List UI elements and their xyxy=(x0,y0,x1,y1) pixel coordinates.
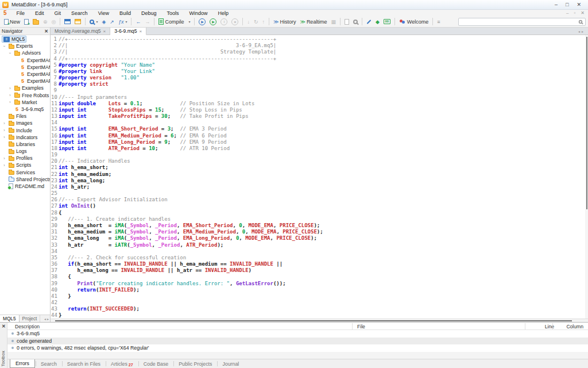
menu-tools[interactable]: Tools xyxy=(162,10,184,16)
editor-tab-left-icon[interactable]: ◂ xyxy=(578,29,580,33)
code-line[interactable]: 26//--- Expert Advisor Initialization xyxy=(51,197,588,203)
code-line[interactable]: 43 return(INIT_SUCCEEDED); xyxy=(51,306,588,312)
new-file-button[interactable]: +New xyxy=(2,17,22,26)
vertical-scrollbar-thumb[interactable] xyxy=(586,37,587,209)
debug-start-button[interactable]: ▶ xyxy=(208,17,218,26)
expander-closed-icon[interactable]: › xyxy=(2,163,7,168)
code-line[interactable]: 35 //--- 2. Check for successful creatio… xyxy=(51,255,588,261)
tree-item-scripts[interactable]: ›Scripts xyxy=(0,162,50,168)
mdi-minimize-icon[interactable]: – xyxy=(566,10,568,16)
history-button[interactable]: ≫History xyxy=(272,17,297,26)
snippets-button[interactable]: 00 xyxy=(382,17,392,26)
code-line[interactable]: 8#property strict xyxy=(51,81,588,87)
code-line[interactable]: 17input int EMA_Long_Period = 9; // EMA … xyxy=(51,139,588,145)
grid-button[interactable]: ▦ xyxy=(329,17,338,26)
menu-help[interactable]: Help xyxy=(213,10,234,16)
tree-item-advisors[interactable]: ›Advisors xyxy=(0,49,50,56)
step-out-button[interactable]: ↑ xyxy=(261,17,267,26)
code-line[interactable]: 9 xyxy=(51,87,588,94)
code-line[interactable]: 11input double Lots = 0.1; // Position S… xyxy=(51,101,588,107)
function-list-button[interactable]: ƒx▾ xyxy=(117,17,129,26)
code-line[interactable]: 10//--- Input parameters xyxy=(51,94,588,101)
attach-button[interactable]: ◎ xyxy=(50,17,58,26)
mdi-close-icon[interactable]: ✕ xyxy=(581,10,585,16)
tab-close-icon[interactable]: × xyxy=(103,29,106,34)
code-line[interactable]: 41 } xyxy=(51,293,588,300)
nav-tab-left-icon[interactable]: ◂ xyxy=(44,317,46,321)
editor-tab-moving-average-mq5[interactable]: Moving Average.mq5× xyxy=(51,28,110,34)
code-line[interactable]: 39 Print("Error creating indicator handl… xyxy=(51,281,588,287)
menu-view[interactable]: View xyxy=(93,10,114,16)
minimize-icon[interactable]: – xyxy=(555,2,558,7)
community-button[interactable]: ◆ xyxy=(374,17,381,26)
toolbox-tab-errors[interactable]: Errors xyxy=(10,359,35,368)
tree-item-market[interactable]: ›Market xyxy=(0,99,50,106)
menu-build[interactable]: Build xyxy=(114,10,136,16)
step-into-button[interactable]: ↓ xyxy=(245,17,252,26)
code-line[interactable]: 2//| 3-6-9_EA.mq5| xyxy=(51,43,588,49)
tree-item-indicators[interactable]: ›Indicators xyxy=(0,134,50,141)
editor-tab-right-icon[interactable]: ▸ xyxy=(582,29,583,33)
mdi-restore-icon[interactable]: ▫ xyxy=(574,10,575,16)
expander-closed-icon[interactable]: › xyxy=(7,99,13,105)
close-icon[interactable]: ✕ xyxy=(577,2,581,7)
debug-stop-button[interactable]: ■ xyxy=(230,17,240,26)
code-line[interactable]: 42 xyxy=(51,300,588,306)
toolbox-tab-public-projects[interactable]: Public Projects xyxy=(173,359,217,368)
save-button[interactable]: ⊕ xyxy=(41,17,49,26)
code-line[interactable]: 25 xyxy=(51,190,588,197)
code-line[interactable]: 15input int EMA_Short_Period = 3; // EMA… xyxy=(51,126,588,132)
expander-closed-icon[interactable]: › xyxy=(2,128,7,133)
code-line[interactable]: 29 //--- 1. Create indicator handles xyxy=(51,216,588,223)
code-line[interactable]: 40 return(INIT_FAILED); xyxy=(51,287,588,293)
navigate-forward-button[interactable]: → xyxy=(143,17,152,26)
find-in-copy-button[interactable] xyxy=(351,17,359,26)
tree-item-services[interactable]: Services xyxy=(0,169,50,176)
code-line[interactable]: 24int h_atr; xyxy=(51,184,588,190)
tree-item-experts[interactable]: ›Experts xyxy=(0,43,50,49)
code-line[interactable]: 36 if(h_ema_short == INVALID_HANDLE || h… xyxy=(51,261,588,267)
navigate-back-button[interactable]: ← xyxy=(134,17,142,26)
tree-item-expertmap[interactable]: 5ExpertMAP xyxy=(0,71,50,78)
tree-item-images[interactable]: ›Images xyxy=(0,120,50,126)
styler-button[interactable]: ◈ xyxy=(100,17,107,26)
expander-open-icon[interactable]: › xyxy=(2,44,7,49)
realtime-button[interactable]: ≫Realtime xyxy=(298,17,328,26)
search-input[interactable] xyxy=(461,19,578,25)
profiler-button[interactable]: ↗ xyxy=(108,17,116,26)
toolbox-tab-code-base[interactable]: Code Base xyxy=(138,359,174,368)
search-box-magnifier-icon[interactable] xyxy=(579,20,582,23)
code-line[interactable]: 18input int ATR_Period = 10; // ATR 10 P… xyxy=(51,145,588,152)
nav-tab-right-icon[interactable]: ▸ xyxy=(47,317,49,321)
compile-dropdown[interactable]: ▾ xyxy=(186,17,192,26)
code-editor[interactable]: 1//+------------------------------------… xyxy=(51,35,588,319)
edit-pen-button[interactable] xyxy=(365,17,373,26)
navigator-tab-mql5[interactable]: MQL5 xyxy=(0,315,20,322)
toggle-toolbox-button[interactable] xyxy=(73,17,83,26)
toolbox-tab-search[interactable]: Search xyxy=(36,359,62,368)
navigator-close-icon[interactable]: ✕ xyxy=(44,29,48,34)
vertical-scrollbar[interactable] xyxy=(585,35,588,319)
debug-real-button[interactable]: ▶ xyxy=(197,17,207,26)
menu-window[interactable]: Window xyxy=(184,10,213,16)
code-line[interactable]: 5#property copyright "Your Name" xyxy=(51,62,588,68)
code-line[interactable]: 30 h_ema_short = iMA(_Symbol, _Period, E… xyxy=(51,223,588,229)
menu-search[interactable]: Search xyxy=(66,10,93,16)
code-line[interactable]: 19 xyxy=(51,152,588,158)
code-line[interactable]: 37 h_ema_long == INVALID_HANDLE || h_atr… xyxy=(51,267,588,274)
code-line[interactable]: 3//| Strategy Template| xyxy=(51,49,588,55)
expander-closed-icon[interactable]: › xyxy=(2,121,7,126)
code-line[interactable]: 22int h_ema_medium; xyxy=(51,171,588,178)
tree-item-expertmac[interactable]: 5ExpertMAC xyxy=(0,57,50,64)
tab-close-icon[interactable]: × xyxy=(139,29,142,34)
toolbox-row[interactable]: 3-6-9.mq5 xyxy=(7,330,588,338)
code-line[interactable]: 16input int EMA_Medium_Period = 6; // EM… xyxy=(51,133,588,139)
code-line[interactable]: 34 xyxy=(51,248,588,255)
toolbox-tab-articles[interactable]: Articles27 xyxy=(106,359,138,368)
new-window-button[interactable]: + xyxy=(22,17,30,26)
horizontal-scrollbar-thumb[interactable] xyxy=(55,320,572,321)
code-line[interactable]: 20//--- Indicator Handles xyxy=(51,158,588,164)
code-line[interactable]: 44} xyxy=(51,312,588,319)
expander-open-icon[interactable]: › xyxy=(7,51,13,56)
menu-debug[interactable]: Debug xyxy=(136,10,162,16)
